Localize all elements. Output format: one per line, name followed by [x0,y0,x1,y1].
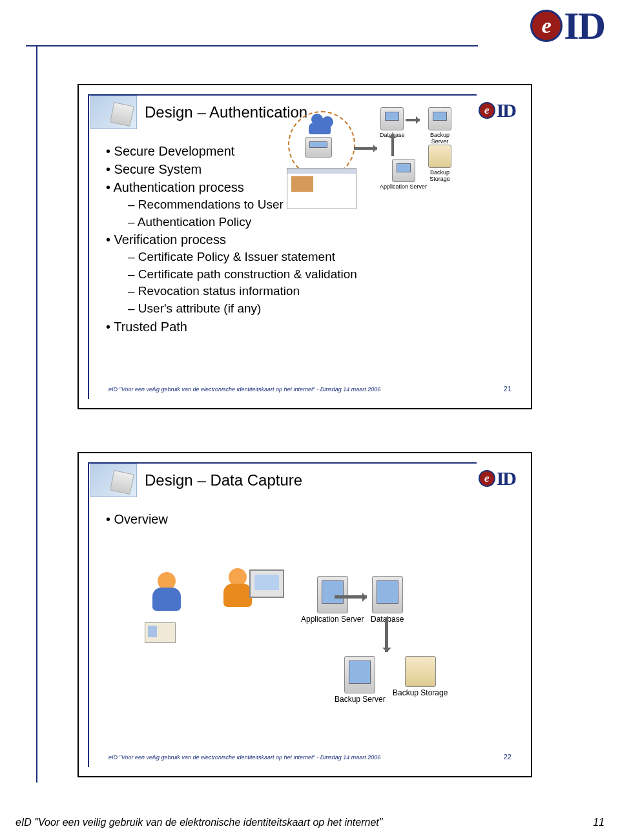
corner-art-icon [90,96,137,129]
bullet: Verification process [106,230,357,249]
arrow-icon [354,147,377,150]
sub-bullet: Revocation status information [128,283,357,300]
corner-art-icon [90,464,137,497]
label: Application Server [301,615,364,624]
page-footer-text: eID "Voor een veilig gebruik van de elek… [16,817,382,828]
id-card-icon [145,622,176,643]
page-footer: eID "Voor een veilig gebruik van de elek… [16,817,604,828]
eid-logo: e ID [479,101,515,120]
users-icon [309,114,337,137]
user-icon [147,572,186,617]
top-rule [26,45,478,46]
label: Backup Server [335,695,386,704]
slide-frame: e ID Design – Authentication Secure Deve… [88,94,522,399]
bullet: Trusted Path [106,318,357,336]
bullet: Overview [106,510,168,528]
slide-number: 21 [504,385,512,393]
data-capture-diagram: Application Server Database Backup Serve… [147,553,457,733]
logo-id-text: ID [564,6,604,45]
backup-server-icon: Backup Server [335,656,386,704]
slide-footer: eID "Voor een veilig gebruik van de elec… [108,386,380,393]
browser-window-icon [287,168,356,209]
architecture-diagram: Database Application Server Backup Serve… [283,107,457,223]
arrow-icon [391,134,394,156]
backup-server-icon: Backup Server [422,107,457,145]
arrow-icon [406,119,420,121]
logo-e-icon: e [479,470,495,487]
logo-e-icon: e [479,102,495,119]
arrow-icon [335,595,367,599]
eid-logo: e ID [479,469,515,488]
arrow-icon [385,617,388,652]
client-pc-icon [305,137,332,159]
slide-22: e ID Design – Data Capture Overview Appl… [78,452,532,777]
label: Backup Storage [429,169,450,182]
backup-storage-icon: Backup Storage [422,145,457,182]
slide-footer: eID "Voor een veilig gebruik van de elec… [108,754,380,761]
slide-frame: e ID Design – Data Capture Overview Appl… [88,462,522,767]
label: Backup Storage [393,688,448,697]
slide-title: Design – Data Capture [145,471,302,489]
slide-number: 22 [504,753,512,761]
logo-e-icon: e [530,10,563,42]
logo-id-text: ID [497,101,515,120]
side-rule [36,46,37,783]
page-number: 11 [593,817,604,828]
application-server-icon: Application Server [380,159,427,190]
database-server-icon: Database [371,576,404,624]
slide-content: Overview [106,510,168,528]
logo-id-text: ID [497,469,515,488]
label: Backup Server [430,132,450,145]
application-server-icon: Application Server [301,576,364,624]
sub-bullet: Certificate Policy & Issuer statement [128,249,357,266]
eid-logo: e ID [530,6,604,45]
terminal-icon [249,569,284,598]
slide-21: e ID Design – Authentication Secure Deve… [78,84,532,409]
sub-bullet: User's attribute (if any) [128,300,357,318]
label: Application Server [380,183,427,190]
sub-bullet: Certificate path construction & validati… [128,266,357,283]
backup-storage-icon: Backup Storage [393,656,448,697]
